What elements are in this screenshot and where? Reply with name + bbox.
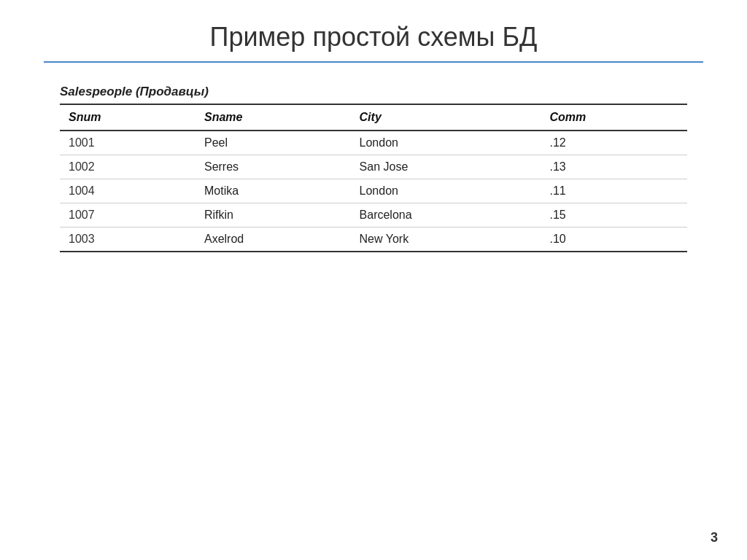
salespeople-table: Snum Sname City Comm 1001PeelLondon.1210… xyxy=(60,104,687,252)
table-title: Salespeople (Продавцы) xyxy=(60,85,687,99)
page-number: 3 xyxy=(711,530,718,545)
col-header-sname: Sname xyxy=(196,104,351,131)
table-row: 1001PeelLondon.12 xyxy=(60,131,687,155)
col-header-city: City xyxy=(351,104,541,131)
cell-row2-col0: 1004 xyxy=(60,179,196,203)
cell-row1-col3: .13 xyxy=(541,155,687,179)
page-title: Пример простой схемы БД xyxy=(210,22,538,52)
cell-row1-col2: San Jose xyxy=(351,155,541,179)
cell-row4-col0: 1003 xyxy=(60,228,196,252)
cell-row0-col0: 1001 xyxy=(60,131,196,155)
col-header-snum: Snum xyxy=(60,104,196,131)
title-divider xyxy=(44,61,703,63)
cell-row2-col3: .11 xyxy=(541,179,687,203)
cell-row4-col3: .10 xyxy=(541,228,687,252)
cell-row3-col3: .15 xyxy=(541,203,687,228)
cell-row2-col2: London xyxy=(351,179,541,203)
table-header-row: Snum Sname City Comm xyxy=(60,104,687,131)
cell-row2-col1: Motika xyxy=(196,179,351,203)
cell-row4-col2: New York xyxy=(351,228,541,252)
slide-container: Пример простой схемы БД Salespeople (Про… xyxy=(0,0,747,560)
table-row: 1002SerresSan Jose.13 xyxy=(60,155,687,179)
cell-row4-col1: Axelrod xyxy=(196,228,351,252)
col-header-comm: Comm xyxy=(541,104,687,131)
table-row: 1003AxelrodNew York.10 xyxy=(60,228,687,252)
cell-row3-col1: Rifkin xyxy=(196,203,351,228)
table-row: 1004MotikaLondon.11 xyxy=(60,179,687,203)
cell-row3-col0: 1007 xyxy=(60,203,196,228)
cell-row0-col1: Peel xyxy=(196,131,351,155)
cell-row3-col2: Barcelona xyxy=(351,203,541,228)
content-area: Salespeople (Продавцы) Snum Sname City C… xyxy=(60,85,687,252)
cell-row0-col2: London xyxy=(351,131,541,155)
cell-row1-col0: 1002 xyxy=(60,155,196,179)
cell-row0-col3: .12 xyxy=(541,131,687,155)
cell-row1-col1: Serres xyxy=(196,155,351,179)
table-row: 1007RifkinBarcelona.15 xyxy=(60,203,687,228)
